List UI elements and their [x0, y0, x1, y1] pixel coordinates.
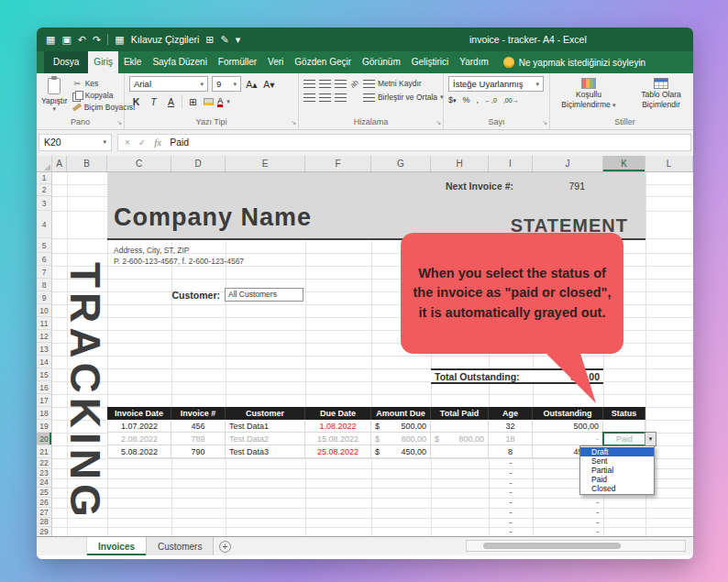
redo-icon[interactable]: ↷	[93, 34, 101, 46]
dropdown-option-closed[interactable]: Closed	[580, 484, 654, 493]
row-header-8[interactable]: 8	[37, 279, 52, 291]
column-header-B[interactable]: B	[67, 156, 107, 171]
cell-due-date[interactable]: 15.08.2022	[305, 433, 371, 445]
cell-invoice-number[interactable]: 789	[171, 433, 226, 445]
row-header-16[interactable]: 16	[37, 381, 52, 394]
row-header-18[interactable]: 18	[37, 407, 52, 420]
pen-qat-icon[interactable]: ✎	[221, 34, 229, 46]
column-header-D[interactable]: D	[171, 156, 226, 171]
validation-dropdown-button[interactable]: ▼	[645, 432, 656, 446]
tab-sayfa-düzeni[interactable]: Sayfa Düzeni	[147, 51, 212, 73]
accounting-format-button[interactable]: $▾	[448, 95, 457, 104]
align-left-icon[interactable]	[303, 93, 315, 102]
number-format-combo[interactable]: İsteğe Uyarlanmış▾	[448, 76, 544, 92]
font-size-combo[interactable]: 9▾	[212, 76, 241, 92]
sheet-tab-customers[interactable]: Customers	[147, 537, 214, 555]
cell-due-date[interactable]: 25.08.2022	[305, 445, 371, 458]
row-header-13[interactable]: 13	[37, 343, 52, 356]
row-header-28[interactable]: 28	[37, 518, 52, 528]
align-top-icon[interactable]	[303, 80, 315, 88]
tab-görünüm[interactable]: Görünüm	[357, 51, 406, 73]
save-icon[interactable]: ▣	[61, 34, 71, 46]
row-header-23[interactable]: 23	[37, 468, 52, 478]
fill-color-button[interactable]	[204, 98, 214, 105]
sheet-tab-invoices[interactable]: Invoices	[87, 537, 147, 555]
insert-function-icon[interactable]: fx	[154, 137, 161, 148]
cell-invoice-number[interactable]: 790	[171, 445, 226, 458]
table-row-20[interactable]: 2.08.2022 789 Test Data2 15.08.2022 $800…	[107, 433, 645, 445]
row-header-15[interactable]: 15	[37, 368, 52, 381]
alignment-dialog-launcher-icon[interactable]: ↘	[436, 116, 441, 128]
cell-invoice-date[interactable]: 1.07.2022	[107, 420, 171, 433]
cell-total-paid[interactable]	[431, 445, 489, 458]
formula-input[interactable]: × ✓ fx Paid	[117, 134, 691, 151]
add-sheet-button[interactable]: +	[214, 537, 236, 555]
column-header-F[interactable]: F	[305, 156, 371, 171]
font-dialog-launcher-icon[interactable]: ↘	[291, 116, 296, 128]
paste-button[interactable]: Yapıştır ▾	[41, 76, 68, 116]
column-header-L[interactable]: L	[645, 156, 693, 171]
select-all-corner[interactable]	[37, 156, 52, 171]
format-as-table-button[interactable]: Tablo Olara Biçimlendir	[627, 76, 693, 116]
cell-amount-due[interactable]: $500,00	[371, 420, 431, 433]
cell-customer[interactable]: Test Data3	[226, 445, 305, 458]
row-header-10[interactable]: 10	[37, 304, 52, 317]
cell-amount-due[interactable]: $450,00	[371, 445, 431, 458]
wrap-text-button[interactable]: Metni Kaydır	[363, 79, 444, 88]
conditional-formatting-button[interactable]: Koşullu Biçimlendirme ▾	[555, 76, 623, 116]
underline-button[interactable]: A	[164, 96, 178, 107]
row-header-19[interactable]: 19	[37, 420, 52, 433]
row-header-1[interactable]: 1	[37, 172, 52, 184]
chevron-down-icon[interactable]: ▾	[226, 98, 230, 105]
gridlines-toggle-label[interactable]: Kılavuz Çizgileri	[131, 34, 200, 45]
cell-age[interactable]: 32	[489, 420, 533, 433]
sheet[interactable]: Next Invoice #: 791 Company Name STATEME…	[37, 172, 693, 537]
comma-style-button[interactable]: ,	[477, 95, 480, 104]
cell-age[interactable]: 18	[489, 433, 533, 445]
row-header-4[interactable]: 4	[37, 211, 52, 238]
grow-font-button[interactable]: A▴	[245, 79, 259, 90]
cancel-icon[interactable]: ×	[125, 137, 130, 148]
font-color-button[interactable]: A	[217, 96, 223, 107]
align-middle-icon[interactable]	[319, 80, 331, 88]
cell-customer[interactable]: Test Data1	[226, 420, 305, 433]
column-header-G[interactable]: G	[371, 156, 431, 171]
clipboard-dialog-launcher-icon[interactable]: ↘	[116, 116, 122, 128]
cell-age[interactable]: 8	[489, 445, 533, 458]
tell-me-label[interactable]: Ne yapmak istediğinizi söyleyin	[519, 58, 645, 68]
table-row-21[interactable]: 5.08.2022 790 Test Data3 25.08.2022 $450…	[107, 445, 645, 458]
column-header-C[interactable]: C	[107, 156, 171, 171]
row-header-7[interactable]: 7	[37, 266, 52, 279]
row-header-17[interactable]: 17	[37, 394, 52, 407]
row-header-14[interactable]: 14	[37, 356, 52, 368]
merge-center-button[interactable]: Birleştir ve Ortala ▾	[363, 93, 444, 102]
tab-veri[interactable]: Veri	[262, 51, 289, 73]
increase-decimal-button[interactable]: ←,0	[485, 97, 497, 104]
align-right-icon[interactable]	[335, 93, 347, 102]
cell-due-date[interactable]: 1.08.2022	[305, 420, 371, 433]
column-header-H[interactable]: H	[431, 156, 489, 171]
row-header-24[interactable]: 24	[37, 478, 52, 489]
tab-formüller[interactable]: Formüller	[213, 51, 262, 73]
table-qat-icon[interactable]: ⊞	[205, 34, 214, 46]
cell-invoice-date[interactable]: 2.08.2022	[107, 433, 171, 445]
align-bottom-icon[interactable]	[335, 80, 347, 88]
paste-dropdown-icon[interactable]: ▾	[53, 105, 57, 113]
tab-gözden-geçir[interactable]: Gözden Geçir	[289, 51, 357, 73]
column-header-E[interactable]: E	[226, 156, 305, 171]
row-header-11[interactable]: 11	[37, 317, 52, 330]
row-header-2[interactable]: 2	[37, 184, 52, 196]
row-header-22[interactable]: 22	[37, 458, 52, 468]
row-header-27[interactable]: 27	[37, 508, 52, 518]
row-header-5[interactable]: 5	[37, 238, 52, 253]
customer-filter-box[interactable]: All Customers	[225, 288, 303, 302]
tab-giriş[interactable]: Giriş	[88, 51, 118, 73]
bold-button[interactable]: K	[129, 96, 143, 107]
row-header-9[interactable]: 9	[37, 291, 52, 304]
enter-icon[interactable]: ✓	[138, 137, 146, 148]
font-family-combo[interactable]: Arial▾	[129, 76, 208, 92]
row-header-20[interactable]: 20	[37, 433, 52, 445]
cell-outstanding[interactable]: -	[533, 433, 603, 445]
column-header-I[interactable]: I	[489, 156, 533, 171]
row-header-25[interactable]: 25	[37, 488, 52, 498]
